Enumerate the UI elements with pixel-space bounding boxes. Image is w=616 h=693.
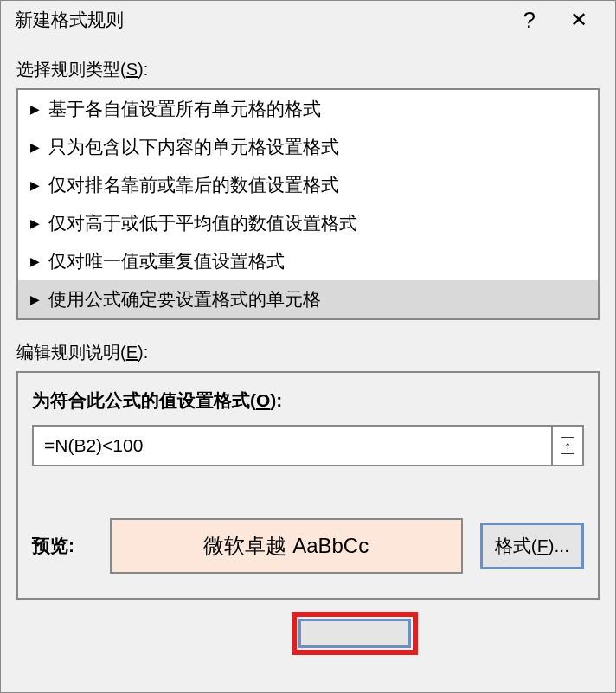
rule-type-text: 仅对高于或低于平均值的数值设置格式 bbox=[48, 211, 357, 235]
rule-type-text: 使用公式确定要设置格式的单元格 bbox=[48, 287, 321, 311]
dialog-title: 新建格式规则 bbox=[15, 8, 124, 32]
rule-type-item[interactable]: ▶ 只为包含以下内容的单元格设置格式 bbox=[18, 128, 598, 166]
dialog-body: 选择规则类型(S): ▶ 基于各自值设置所有单元格的格式 ▶ 只为包含以下内容的… bbox=[1, 42, 615, 692]
rule-type-list: ▶ 基于各自值设置所有单元格的格式 ▶ 只为包含以下内容的单元格设置格式 ▶ 仅… bbox=[16, 88, 600, 320]
rule-type-text: 基于各自值设置所有单元格的格式 bbox=[48, 97, 321, 121]
close-button[interactable]: ✕ bbox=[570, 10, 587, 30]
ok-button[interactable] bbox=[298, 619, 411, 648]
preview-box: 微软卓越 AaBbCc bbox=[110, 518, 463, 574]
rule-type-item[interactable]: ▶ 仅对高于或低于平均值的数值设置格式 bbox=[18, 204, 598, 242]
ok-highlight bbox=[292, 612, 418, 655]
rule-type-item-selected[interactable]: ▶ 使用公式确定要设置格式的单元格 bbox=[18, 280, 598, 318]
triangle-icon: ▶ bbox=[30, 255, 40, 267]
rule-type-label: 选择规则类型(S): bbox=[16, 58, 600, 81]
format-button[interactable]: 格式(F)... bbox=[480, 523, 584, 569]
formula-label: 为符合此公式的值设置格式(O): bbox=[32, 388, 584, 413]
titlebar: 新建格式规则 ? ✕ bbox=[1, 1, 615, 42]
help-button[interactable]: ? bbox=[523, 9, 536, 31]
triangle-icon: ▶ bbox=[30, 293, 40, 305]
triangle-icon: ▶ bbox=[30, 179, 40, 191]
preview-label: 预览: bbox=[32, 534, 93, 558]
rule-type-item[interactable]: ▶ 基于各自值设置所有单元格的格式 bbox=[18, 90, 598, 128]
formula-row: ↑ bbox=[32, 425, 584, 466]
formula-input[interactable] bbox=[32, 425, 551, 466]
rule-type-item[interactable]: ▶ 仅对排名靠前或靠后的数值设置格式 bbox=[18, 166, 598, 204]
titlebar-buttons: ? ✕ bbox=[523, 9, 605, 31]
edit-rule-box: 为符合此公式的值设置格式(O): ↑ 预览: 微软卓越 AaBbCc 格式(F)… bbox=[16, 371, 600, 600]
rule-type-text: 只为包含以下内容的单元格设置格式 bbox=[48, 135, 339, 159]
rule-type-text: 仅对唯一值或重复值设置格式 bbox=[48, 249, 285, 273]
edit-rule-label: 编辑规则说明(E): bbox=[16, 341, 600, 364]
triangle-icon: ▶ bbox=[30, 103, 40, 115]
dialog-window: 新建格式规则 ? ✕ 选择规则类型(S): ▶ 基于各自值设置所有单元格的格式 … bbox=[0, 0, 616, 693]
collapse-dialog-button[interactable]: ↑ bbox=[551, 425, 584, 466]
rule-type-text: 仅对排名靠前或靠后的数值设置格式 bbox=[48, 173, 339, 197]
bottom-button-bar bbox=[16, 612, 600, 655]
triangle-icon: ▶ bbox=[30, 141, 40, 153]
rule-type-item[interactable]: ▶ 仅对唯一值或重复值设置格式 bbox=[18, 242, 598, 280]
cancel-button-area bbox=[452, 612, 565, 653]
triangle-icon: ▶ bbox=[30, 217, 40, 229]
arrow-up-icon: ↑ bbox=[561, 437, 574, 454]
preview-row: 预览: 微软卓越 AaBbCc 格式(F)... bbox=[32, 518, 584, 574]
